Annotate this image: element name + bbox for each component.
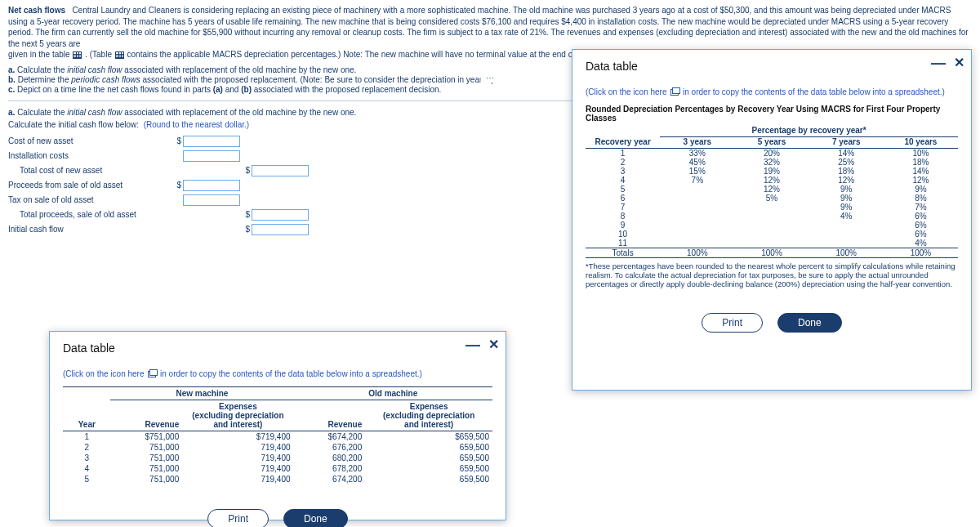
input-tax-sale-old[interactable] — [183, 194, 240, 206]
modal-2-copy-instr: (Click on the icon here in order to copy… — [586, 87, 958, 96]
row-cost-new-asset: Cost of new asset — [8, 136, 172, 145]
table-row: 114% — [586, 239, 958, 242]
row-initial-cf: Initial cash flow — [8, 225, 172, 234]
input-install-costs[interactable] — [183, 150, 240, 162]
table-row: 65%9%8% — [586, 194, 958, 203]
table-row: 245%32%25%18% — [586, 158, 958, 167]
lead-label: Net cash flows — [8, 6, 65, 15]
input-initial-cash-flow[interactable] — [252, 224, 309, 235]
macrs-heading: Rounded Depreciation Percentages by Reco… — [586, 105, 958, 123]
input-cost-new-asset[interactable] — [183, 136, 240, 147]
row-install-costs: Installation costs — [8, 151, 172, 160]
table-row: 96% — [586, 221, 958, 230]
close-icon-2[interactable]: ✕ — [954, 55, 964, 70]
table-link-icon-1[interactable] — [73, 51, 82, 59]
given-1: given in the table — [8, 50, 72, 59]
minimize-icon-2[interactable]: — — [931, 59, 946, 67]
table-row: 47%12%12%12% — [586, 176, 958, 185]
table-row: 133%20%14%10% — [586, 149, 958, 158]
macrs-table: Percentage by recovery year* Recovery ye… — [586, 126, 958, 242]
table-link-icon-2[interactable] — [115, 51, 124, 59]
input-proceeds-sale-old[interactable] — [183, 180, 240, 191]
data-table-modal-2: — ✕ Data table (Click on the icon here i… — [572, 49, 972, 242]
table-row: 512%9%9% — [586, 185, 958, 194]
given-3: contains the applicable MACRS depreciati… — [127, 50, 607, 59]
row-tax-sale-old: Tax on sale of old asset — [8, 195, 172, 204]
problem-para: Central Laundry and Cleaners is consider… — [8, 6, 969, 48]
copy-icon-2[interactable] — [670, 89, 679, 96]
table-row: 315%19%18%14% — [586, 167, 958, 176]
input-total-proceeds-old[interactable] — [252, 209, 309, 221]
table-row: 84%6% — [586, 212, 958, 221]
row-total-cost-new: Total cost of new asset — [8, 166, 172, 175]
modal-2-title: Data table — [586, 60, 958, 73]
row-proceeds-sale-old: Proceeds from sale of old asset — [8, 181, 172, 190]
table-row: 106% — [586, 230, 958, 239]
row-total-proceeds-old: Total proceeds, sale of old asset — [8, 210, 172, 219]
given-2: . (Table — [85, 50, 114, 59]
table-row: 79%7% — [586, 203, 958, 212]
input-total-cost-new[interactable] — [252, 165, 309, 176]
